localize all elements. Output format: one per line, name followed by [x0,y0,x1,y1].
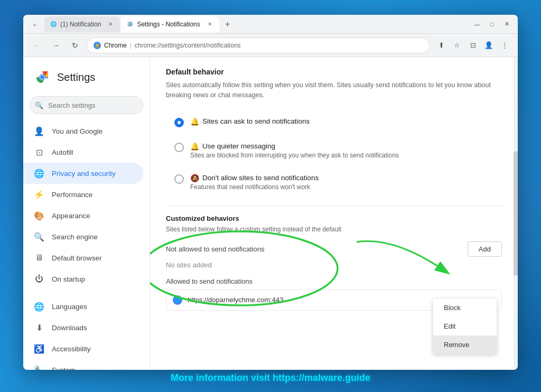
new-tab-button[interactable]: + [220,17,235,32]
radio-label-ask: 🔔 Sites can ask to send notifications [190,117,493,126]
radio-btn-ask[interactable] [174,118,184,127]
radio-option-quieter[interactable]: 🔔 Use quieter messaging Sites are blocke… [166,136,502,165]
context-menu-edit[interactable]: Edit [433,317,497,335]
sidebar-label-you-and-google: You and Google [52,127,133,135]
sidebar-item-accessibility[interactable]: ♿ Accessibility [23,338,143,359]
settings-sidebar: Settings 🔍 👤 You and Google ⊡ Autofill 🌐… [23,57,150,370]
reload-icon: ↻ [72,41,78,50]
sidebar-item-system[interactable]: 🔧 System [23,359,143,370]
sidebar-item-appearance[interactable]: 🎨 Appearance [23,205,143,226]
back-button[interactable]: ← [30,38,44,53]
sidebar-item-downloads[interactable]: ⬇ Downloads [23,317,143,338]
site-favicon-icon: 🌐 [173,295,182,305]
sidebar-label-performance: Performance [52,191,133,199]
radio-content-quieter: 🔔 Use quieter messaging Sites are blocke… [190,142,493,159]
customized-behaviors-title: Customized behaviors [166,214,502,222]
search-icon: 🔍 [35,101,43,109]
sidebar-label-system: System [52,366,133,370]
bell-icon-ask: 🔔 [190,117,199,126]
sidebar-item-privacy-security[interactable]: 🌐 Privacy and security [23,163,143,184]
browser-content: Settings 🔍 👤 You and Google ⊡ Autofill 🌐… [23,57,518,370]
back-icon: ← [33,41,41,50]
default-behavior-title: Default behavior [166,68,502,76]
tab-close-notification[interactable]: ✕ [106,20,115,29]
menu-icon[interactable]: ⋮ [498,39,511,52]
settings-tab[interactable]: ⚙️ Settings - Notifications ✕ [121,16,219,32]
forward-button[interactable]: → [49,38,63,53]
tab-menu-button[interactable]: ⌄ [27,17,41,31]
search-engine-icon: 🔍 [34,231,44,242]
window-controls: — □ ✕ [470,17,518,31]
tab-label-notification: (1) Notification [60,21,101,28]
reload-button[interactable]: ↻ [68,38,82,53]
context-menu-remove[interactable]: Remove [433,335,497,354]
url-security-icon: 🔒 [94,42,101,49]
sidebar-item-default-browser[interactable]: 🖥 Default browser [23,247,143,268]
radio-option-dont-allow[interactable]: 🔕 Don't allow sites to send notification… [166,167,502,197]
browser-window: ⌄ 🌐 (1) Notification ✕ ⚙️ Settings - Not… [23,15,518,370]
close-icon: ✕ [505,21,509,27]
url-separator: | [130,42,132,49]
not-allowed-title: Not allowed to send notifications [166,245,264,253]
privacy-icon: 🌐 [34,168,44,179]
cast-icon[interactable]: ⬆ [434,39,448,52]
chevron-down-icon: ⌄ [32,21,37,27]
radio-option-ask[interactable]: 🔔 Sites can ask to send notifications [166,111,502,134]
minimize-button[interactable]: — [470,17,484,31]
sidebar-label-autofill: Autofill [52,148,133,156]
autofill-icon: ⊡ [34,147,44,157]
url-domain: Chrome [104,42,127,49]
performance-icon: ⚡ [34,189,44,200]
radio-btn-quieter[interactable] [174,143,184,152]
tab-label-settings: Settings - Notifications [137,21,200,28]
close-button[interactable]: ✕ [500,17,514,31]
extensions-icon[interactable]: ⊡ [466,39,480,52]
search-settings: 🔍 [30,96,143,114]
default-behavior-desc: Sites automatically follow this setting … [166,80,502,100]
tab-bar: ⌄ 🌐 (1) Notification ✕ ⚙️ Settings - Not… [23,16,470,32]
sidebar-label-on-startup: On startup [52,275,133,283]
notification-tab[interactable]: 🌐 (1) Notification ✕ [44,16,120,32]
minimize-icon: — [474,21,480,27]
sidebar-label-default-browser: Default browser [52,254,133,262]
no-sites-text: No sites added [166,261,502,269]
scrollbar-thumb[interactable] [514,151,518,276]
startup-icon: ⏻ [34,274,44,284]
title-bar: ⌄ 🌐 (1) Notification ✕ ⚙️ Settings - Not… [23,15,518,34]
radio-sublabel-quieter: Sites are blocked from interrupting you … [190,152,493,159]
sidebar-label-privacy-security: Privacy and security [52,170,133,178]
search-input[interactable] [30,96,143,114]
accessibility-icon: ♿ [34,343,44,354]
info-text: More information visit https://malware.g… [0,372,541,384]
profile-icon[interactable]: 👤 [482,39,496,52]
maximize-button[interactable]: □ [485,17,499,31]
sidebar-item-languages[interactable]: 🌐 Languages [23,296,143,317]
tab-favicon-settings: ⚙️ [126,21,134,28]
customized-behaviors-desc: Sites listed below follow a custom setti… [166,226,502,233]
url-input[interactable]: 🔒 Chrome | chrome://settings/content/not… [87,38,430,53]
context-menu-block[interactable]: Block [433,298,497,317]
radio-sublabel-dont-allow: Features that need notifications won't w… [190,183,493,191]
downloads-icon: ⬇ [34,322,44,333]
allowed-send-title: Allowed to send notifications [166,277,502,285]
tab-close-settings[interactable]: ✕ [206,20,214,29]
sidebar-label-downloads: Downloads [52,324,133,332]
url-path: chrome://settings/content/notifications [135,42,241,49]
address-bar: ← → ↻ 🔒 Chrome | chrome://settings/conte… [23,34,518,57]
languages-icon: 🌐 [34,301,44,312]
chrome-logo-icon [34,69,51,86]
sidebar-item-performance[interactable]: ⚡ Performance [23,184,143,205]
sidebar-item-on-startup[interactable]: ⏻ On startup [23,268,143,290]
bookmark-icon[interactable]: ☆ [450,39,464,52]
sidebar-nav: 👤 You and Google ⊡ Autofill 🌐 Privacy an… [23,120,150,370]
svg-point-4 [40,75,44,79]
forward-icon: → [52,41,60,50]
sidebar-item-autofill[interactable]: ⊡ Autofill [23,142,143,163]
radio-btn-dont-allow[interactable] [174,174,184,184]
sidebar-label-accessibility: Accessibility [52,345,133,353]
add-button[interactable]: Add [468,241,502,257]
radio-content-dont-allow: 🔕 Don't allow sites to send notification… [190,174,493,191]
sidebar-item-search-engine[interactable]: 🔍 Search engine [23,226,143,247]
appearance-icon: 🎨 [34,210,44,221]
sidebar-item-you-and-google[interactable]: 👤 You and Google [23,120,143,142]
